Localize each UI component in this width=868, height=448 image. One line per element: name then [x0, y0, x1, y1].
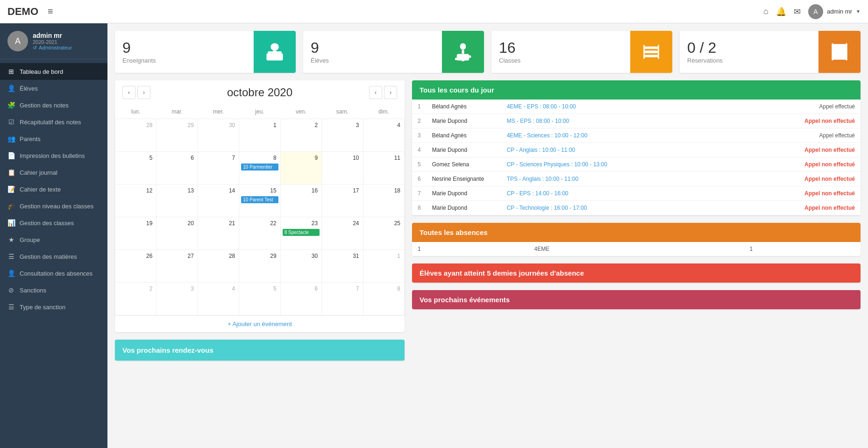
stats-row: 9 Enseignants 9 Élèves 16 Classes 0 / 2 … — [115, 31, 861, 73]
sidebar-item-tableau-de-bord[interactable]: ⊞Tableau de bord — [0, 63, 107, 80]
sidebar-item-eleves[interactable]: 👤Élèves — [0, 80, 107, 97]
sidebar-item-type-sanction[interactable]: ☰Type de sanction — [0, 299, 107, 315]
cours-teacher: Gomez Selena — [427, 157, 501, 172]
cours-num: 4 — [412, 143, 427, 157]
calendar-cell: 7 — [198, 152, 239, 185]
svg-rect-16 — [834, 50, 845, 52]
sidebar-nav: ⊞Tableau de bord👤Élèves🧩Gestion des note… — [0, 59, 107, 319]
svg-rect-4 — [460, 43, 466, 50]
mail-icon[interactable]: ✉ — [794, 7, 801, 17]
calendar-next2-button[interactable]: › — [384, 86, 397, 99]
eleves-icon: 👤 — [7, 85, 15, 92]
cours-course[interactable]: CP - Sciences Physiques : 10:00 - 13:00 — [501, 157, 733, 172]
user-menu[interactable]: A admin mr ▼ — [808, 4, 861, 19]
groupe-icon: ★ — [7, 236, 15, 243]
sidebar-item-gestion-notes[interactable]: 🧩Gestion des notes — [0, 97, 107, 114]
caret-icon: ▼ — [856, 9, 861, 14]
calendar-day-header: dim. — [363, 105, 404, 119]
sidebar-item-consultation-absences[interactable]: 👤Consultation des absences — [0, 265, 107, 282]
calendar-day-header: sam. — [322, 105, 363, 119]
calendar-cell: 9 — [280, 152, 321, 185]
calendar-cell: 238 Spectacle — [280, 217, 321, 250]
stat-number-classes: 16 — [499, 40, 623, 55]
cours-teacher: Nesrine Enseignante — [427, 172, 501, 186]
sidebar-item-gestion-classes[interactable]: 📊Gestion des classes — [0, 214, 107, 231]
cours-course[interactable]: 4EME - EPS : 08:00 - 10:00 — [501, 100, 733, 114]
sidebar-item-cahier-journal[interactable]: 📋Cahier journal — [0, 164, 107, 181]
cours-status: Appel non effectué — [733, 172, 861, 186]
calendar-cell: 7 — [322, 283, 363, 315]
calendar-prev2-button[interactable]: ‹ — [369, 86, 382, 99]
calendar-day-header: ven. — [280, 105, 321, 119]
sidebar-item-parents[interactable]: 👥Parents — [0, 130, 107, 147]
cours-status: Appel non effectué — [733, 114, 861, 128]
calendar-cell: 29 — [157, 119, 198, 152]
stat-label-eleves: Élèves — [311, 57, 434, 64]
calendar-cell: 17 — [322, 185, 363, 217]
calendar-header: ‹ › octobre 2020 ‹ › — [115, 80, 405, 105]
cours-num: 2 — [412, 114, 427, 128]
absence-row: 1 4EME 1 — [412, 242, 861, 256]
role-icon: ↺ — [33, 45, 37, 51]
calendar-prev-button[interactable]: ‹ — [122, 86, 135, 99]
svg-rect-11 — [644, 55, 658, 57]
gestion-classes-label: Gestion des classes — [20, 220, 74, 227]
prochains-evenements-header: Vos prochains événements — [412, 290, 861, 309]
sidebar-user-year: 2020-2021 — [33, 39, 72, 45]
cours-course[interactable]: CP - EPS : 14:00 - 16:00 — [501, 186, 733, 201]
svg-rect-10 — [644, 50, 658, 53]
sidebar-item-gestion-matieres[interactable]: ☰Gestion des matières — [0, 248, 107, 265]
calendar-event[interactable]: 10 Parent Test — [241, 196, 278, 203]
svg-rect-6 — [462, 50, 464, 54]
home-icon[interactable]: ⌂ — [763, 7, 768, 16]
middle-row: ‹ › octobre 2020 ‹ › lun.mar.mer.jeu.ven… — [115, 80, 861, 361]
avatar: A — [808, 4, 823, 19]
calendar-day-header: mar. — [157, 105, 198, 119]
absence-count: 1 — [744, 242, 861, 256]
calendar-cell: 11 — [363, 152, 404, 185]
add-event-link[interactable]: + Ajouter un événement — [115, 315, 405, 332]
calendar-cell: 4 — [198, 283, 239, 315]
cours-course[interactable]: MS - EPS : 08:00 - 10:00 — [501, 114, 733, 128]
cours-course[interactable]: CP - Technologie : 16:00 - 17:00 — [501, 201, 733, 215]
calendar-cell: 27 — [157, 250, 198, 283]
calendar-table: lun.mar.mer.jeu.ven.sam.dim. 28293012345… — [115, 105, 405, 315]
sidebar-item-gestion-niveau-classes[interactable]: 🎓Gestion niveau des classes — [0, 198, 107, 214]
hamburger-button[interactable]: ≡ — [48, 6, 53, 17]
cours-teacher: Marie Dupond — [427, 143, 501, 157]
stat-icon-eleves — [442, 31, 484, 73]
user-display-name: admin mr — [827, 8, 852, 15]
calendar-cell: 28 — [198, 250, 239, 283]
calendar-cell: 18 — [363, 185, 404, 217]
calendar-cell: 29 — [239, 250, 280, 283]
nav-icons: ⌂ 🔔 ✉ A admin mr ▼ — [763, 4, 861, 19]
calendar-cell: 2 — [280, 119, 321, 152]
sidebar-item-groupe[interactable]: ★Groupe — [0, 231, 107, 248]
bell-icon[interactable]: 🔔 — [776, 7, 786, 17]
sidebar-item-impression-bulletins[interactable]: 📄Impression des bulletins — [0, 147, 107, 164]
sidebar-item-sanctions[interactable]: ⊘Sanctions — [0, 282, 107, 299]
eleves-label: Élèves — [20, 85, 38, 92]
svg-rect-17 — [834, 54, 843, 56]
sidebar-item-recapitulatif-notes[interactable]: ☑Récapitulatif des notes — [0, 114, 107, 130]
cours-course[interactable]: CP - Anglais : 10:00 - 11:00 — [501, 143, 733, 157]
sanctions-icon: ⊘ — [7, 286, 15, 294]
cours-status: Appel non effectué — [733, 157, 861, 172]
type-sanction-label: Type de sanction — [20, 304, 65, 311]
calendar-next-button[interactable]: › — [137, 86, 150, 99]
cours-status: Appel effectué — [733, 100, 861, 114]
consultation-absences-label: Consultation des absences — [20, 270, 92, 277]
sidebar-item-cahier-texte[interactable]: 📝Cahier de texte — [0, 181, 107, 198]
cours-course[interactable]: 4EME - Sciences : 10:00 - 12:00 — [501, 128, 733, 143]
absences-5demi-header: Élèves ayant atteint 5 demies journées d… — [412, 263, 861, 283]
cours-course[interactable]: TPS - Anglais : 10:00 - 11:00 — [501, 172, 733, 186]
calendar-event[interactable]: 10 Parmentier — [241, 164, 278, 171]
gestion-matieres-icon: ☰ — [7, 253, 15, 260]
calendar-cell: 4 — [363, 119, 404, 152]
cours-status: Appel non effectué — [733, 143, 861, 157]
next-rendez-vous-card: Vos prochains rendez-vous — [115, 340, 405, 361]
calendar-event[interactable]: 8 Spectacle — [283, 229, 320, 236]
cours-row: 5 Gomez Selena CP - Sciences Physiques :… — [412, 157, 861, 172]
cours-num: 6 — [412, 172, 427, 186]
sidebar-user-role: ↺ Administrateur — [33, 45, 72, 51]
